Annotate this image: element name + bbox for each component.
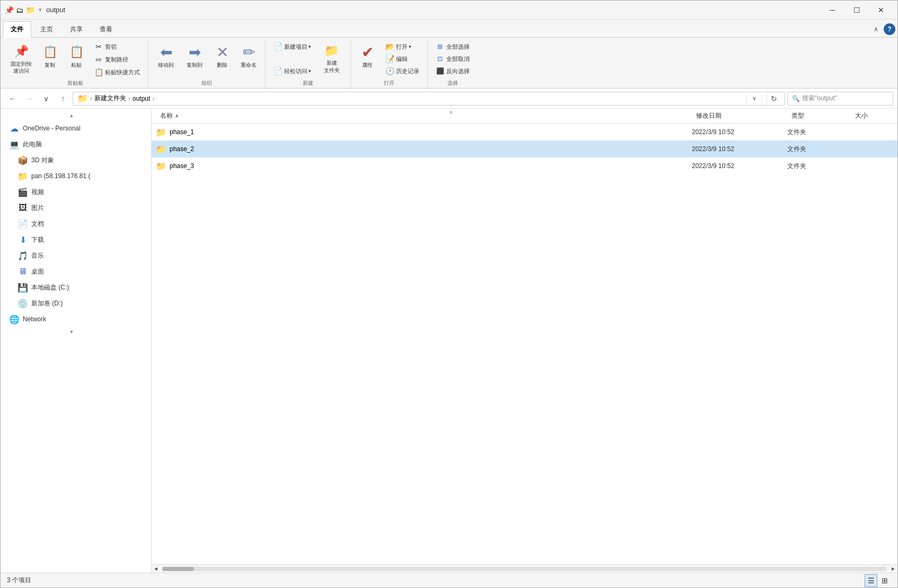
onedrive-icon: ☁: [9, 123, 20, 134]
ribbon-btn-invert[interactable]: ⬛ 反向选择: [432, 65, 473, 77]
sidebar: ▲ ☁ OneDrive - Personal 💻 此电脑 📦 3D 对象 📁 …: [1, 109, 152, 573]
ribbon-btn-easy-access[interactable]: 📄 轻松访问▾: [270, 65, 315, 77]
music-icon: 🎵: [17, 250, 28, 261]
maximize-button[interactable]: ☐: [844, 1, 869, 20]
sidebar-item-onedrive[interactable]: ☁ OneDrive - Personal: [1, 120, 143, 136]
sidebar-item-local-disk[interactable]: 💾 本地磁盘 (C:): [1, 279, 143, 295]
ribbon-btn-select-all[interactable]: ⊞ 全部选择: [432, 41, 473, 52]
clipboard-small-btns: ✂ 剪切 ≡≡ 复制路径 📋 粘贴快捷方式: [91, 41, 144, 77]
phase3-date: 2022/3/9 10:52: [692, 162, 787, 170]
address-part-2: output: [133, 95, 150, 102]
sidebar-item-new-vol[interactable]: 💿 新加卷 (D:): [1, 295, 143, 311]
ribbon-btn-rename[interactable]: ✏ 重命名: [236, 41, 261, 77]
sidebar-item-music[interactable]: 🎵 音乐: [1, 248, 143, 264]
hscroll-right-btn[interactable]: ►: [889, 565, 897, 573]
ribbon-btn-delete[interactable]: ✕ 删除: [210, 41, 234, 77]
ribbon-btn-copy-path[interactable]: ≡≡ 复制路径: [91, 54, 144, 65]
new-folder-icon: 📁: [323, 43, 340, 58]
ribbon-btn-new-folder[interactable]: 📁 新建文件夹: [317, 41, 346, 77]
sidebar-item-desktop[interactable]: 🖥 桌面: [1, 264, 143, 279]
sidebar-item-download[interactable]: ⬇ 下载: [1, 232, 143, 248]
ribbon-btn-copy[interactable]: 📋 复制: [38, 41, 62, 77]
titlebar: 📌 🗂 📁 ▾ output ─ ☐ ✕: [1, 1, 897, 20]
dropdown-button[interactable]: ∨: [39, 91, 54, 106]
select-none-icon: ⊡: [436, 55, 444, 63]
phase1-icon: 📁: [156, 127, 166, 137]
clipboard-label: 剪贴板: [7, 80, 144, 88]
sidebar-item-pan[interactable]: 📁 pan (58.198.176.81 (: [1, 168, 143, 184]
ribbon-btn-new-item[interactable]: 📄 新建项目▾: [270, 41, 315, 52]
ribbon-tabs: 文件 主页 共享 查看 ∧ ?: [1, 20, 897, 38]
pin-icon: 📌: [5, 6, 13, 14]
delete-icon: ✕: [214, 43, 231, 60]
tab-share[interactable]: 共享: [62, 21, 91, 37]
ribbon-btn-copy-to[interactable]: ➡ 复制到: [181, 41, 208, 77]
sidebar-item-thispc[interactable]: 💻 此电脑: [1, 136, 143, 152]
new-group-content: 📄 新建项目▾ 📄 轻松访问▾ 📁 新建文件夹: [270, 41, 346, 80]
address-bar[interactable]: 📁 › 新建文件夹 › output › ∨ ↻: [73, 92, 785, 106]
col-header-type[interactable]: 类型: [787, 109, 851, 123]
col-header-date[interactable]: 修改日期: [692, 109, 787, 123]
sidebar-item-document[interactable]: 📄 文档: [1, 216, 143, 232]
phase3-name: phase_3: [170, 162, 692, 170]
view-list-button[interactable]: ☰: [865, 574, 877, 587]
new-item-icon: 📄: [274, 42, 282, 51]
file-row-phase3[interactable]: 📁 phase_3 2022/3/9 10:52 文件夹: [152, 157, 897, 174]
ribbon-btn-properties[interactable]: ✔ 属性: [355, 41, 380, 77]
back-button[interactable]: ←: [5, 91, 20, 106]
address-dropdown-button[interactable]: ∨: [749, 93, 760, 104]
hscroll-track[interactable]: [162, 567, 887, 571]
tab-home[interactable]: 主页: [32, 21, 61, 37]
local-disk-icon: 💾: [17, 282, 28, 293]
ribbon-collapse-btn[interactable]: ∧: [870, 23, 882, 35]
file-row-phase2[interactable]: 📁 phase_2 2022/3/9 10:52 文件夹: [152, 141, 897, 157]
sidebar-item-3dobjects[interactable]: 📦 3D 对象: [1, 152, 143, 168]
ribbon-btn-edit[interactable]: 📝 编辑: [382, 53, 423, 65]
invert-icon: ⬛: [436, 67, 444, 75]
close-button[interactable]: ✕: [869, 1, 893, 20]
ribbon-group-organize: ⬅ 移动到 ➡ 复制到 ✕ 删除 ✏ 重命名 组织: [148, 40, 266, 88]
sidebar-item-network[interactable]: 🌐 Network: [1, 311, 143, 327]
sidebar-item-video[interactable]: 🎬 视频: [1, 184, 143, 200]
ribbon-btn-paste-shortcut[interactable]: 📋 粘贴快捷方式: [91, 66, 144, 78]
file-list-header: ∧ 名称 ∧ 修改日期 类型 大小: [152, 109, 897, 124]
up-button[interactable]: ↑: [56, 91, 71, 106]
help-button[interactable]: ?: [884, 23, 895, 35]
col-header-size[interactable]: 大小: [851, 109, 893, 123]
organize-group-content: ⬅ 移动到 ➡ 复制到 ✕ 删除 ✏ 重命名: [153, 41, 261, 80]
col-header-name[interactable]: 名称 ∧: [156, 109, 692, 123]
ribbon-btn-paste[interactable]: 📋 粘贴: [64, 41, 89, 77]
sidebar-scroll-up[interactable]: ▲: [1, 111, 143, 120]
sidebar-scroll-down[interactable]: ▼: [1, 327, 143, 337]
ribbon-group-new: 📄 新建项目▾ 📄 轻松访问▾ 📁 新建文件夹 新建: [266, 40, 351, 88]
phase2-type: 文件夹: [787, 145, 851, 154]
ribbon-btn-cut[interactable]: ✂ 剪切: [91, 41, 144, 52]
tab-file[interactable]: 文件: [3, 21, 31, 38]
ribbon-btn-history[interactable]: 🕐 历史记录: [382, 65, 423, 77]
folder-icon: 🗂: [15, 6, 24, 14]
pin-btn-icon: 📌: [13, 43, 30, 59]
tab-view[interactable]: 查看: [92, 21, 120, 37]
video-icon: 🎬: [17, 187, 28, 197]
search-bar[interactable]: 🔍 搜索"output": [787, 92, 893, 106]
minimize-button[interactable]: ─: [820, 1, 844, 20]
view-grid-button[interactable]: ⊞: [878, 574, 891, 587]
select-group-content: ⊞ 全部选择 ⊡ 全部取消 ⬛ 反向选择: [432, 41, 473, 80]
file-row-phase1[interactable]: 📁 phase_1 2022/3/9 10:52 文件夹: [152, 124, 897, 141]
ribbon-btn-pin[interactable]: 📌 固定到快速访问: [7, 41, 36, 77]
hscroll-left-btn[interactable]: ◄: [152, 565, 160, 573]
hscroll-thumb: [162, 567, 194, 571]
sidebar-item-picture[interactable]: 🖼 图片: [1, 200, 143, 216]
content-area: ∧ 名称 ∧ 修改日期 类型 大小 📁 phase_: [152, 109, 897, 573]
ribbon-btn-open[interactable]: 📂 打开▾: [382, 41, 423, 52]
edit-icon: 📝: [385, 55, 394, 63]
refresh-button[interactable]: ↻: [767, 92, 780, 106]
3dobjects-icon: 📦: [17, 155, 28, 165]
horizontal-scrollbar[interactable]: ◄ ►: [152, 564, 897, 573]
ribbon-btn-select-none[interactable]: ⊡ 全部取消: [432, 53, 473, 65]
view-grid-icon: ⊞: [882, 576, 888, 585]
ribbon-btn-move[interactable]: ⬅ 移动到: [153, 41, 179, 77]
rename-icon: ✏: [240, 43, 257, 60]
statusbar-right: ☰ ⊞: [865, 574, 891, 587]
forward-button[interactable]: →: [22, 91, 37, 106]
